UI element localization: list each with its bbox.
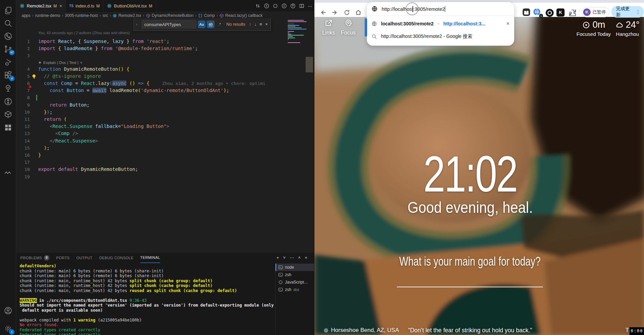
more-actions-icon[interactable]: ⋯ [308,3,313,9]
explorer-icon[interactable] [4,6,13,15]
paused-extension-pill[interactable]: 航 已暂停 [581,7,610,17]
breadcrumb-label: src [102,13,108,18]
match-case-toggle[interactable]: Aa [198,21,206,28]
sparkle-icon [38,61,42,64]
run-file-icon[interactable] [290,3,296,9]
breadcrumb-item-runtime-demo[interactable]: runtime-demo [35,13,60,18]
tab-ButtonOldAnt.tsx[interactable]: ButtonOldAnt.tsxM [103,0,156,12]
testing-tree-icon[interactable] [4,84,13,93]
panel-maximize-icon[interactable]: ˄ [298,255,301,260]
breadcrumb-item-DynamicRemoteButton[interactable]: DynamicRemoteButton [146,13,193,18]
tab-label: ButtonOldAnt.tsx [114,3,147,8]
grid-icon[interactable] [4,123,13,132]
focused-today-widget[interactable]: 0m Focused Today [573,20,615,37]
terminal-item-JavaScript…[interactable]: JavaScript… [276,278,314,286]
breadcrumb-item-src[interactable]: src [102,13,108,18]
codelens-labels[interactable]: Explain | Doc | Test | [43,61,78,65]
git-graph-icon[interactable] [4,97,13,106]
focus-widget[interactable]: Focus [338,19,358,36]
breadcrumb-item-apps[interactable]: apps [22,13,30,18]
codelens[interactable]: Explain | Doc | Test |× [38,60,82,66]
find-expand-icon[interactable]: › [136,22,140,27]
tab-index.d.ts[interactable]: TSindex.d.tsM [66,0,103,12]
find-input[interactable]: consumeAPITypes [142,20,196,28]
panel-tab-problems[interactable]: PROBLEMS8 [20,252,49,263]
terminal-output[interactable]: defaultVendors)chunk (runtime: main) 6 b… [20,264,275,335]
tab-Remote2.tsx[interactable]: Remote2.tsxM× [16,0,66,12]
breadcrumb-item-Remote2.tsx[interactable]: Remote2.tsx [113,13,141,18]
lightbulb-icon[interactable] [32,74,35,77]
panel-more-icon[interactable]: ⋯ [290,255,294,260]
terminal-line [20,313,275,318]
suggestion-row-1[interactable]: localhost:3005/remote2 - http://localhos… [367,17,514,30]
line-number: 11 [16,116,30,123]
minimap[interactable] [288,20,307,45]
terminal-item-label: JavaScript… [285,280,308,285]
translate-extension-icon[interactable]: 1 [532,8,541,17]
regex-toggle[interactable]: .* [216,21,223,28]
browser-menu-icon[interactable]: ⋮ [636,9,641,15]
terminal-item-zsh[interactable]: zshdist [276,286,314,293]
links-widget[interactable]: Links [318,19,339,36]
goal-input[interactable] [397,287,543,287]
search-icon[interactable] [4,19,13,28]
settings-gear-icon[interactable]: 1 [4,324,13,333]
finish-update-button[interactable]: 完成更新 ⋮ [611,6,644,18]
codelens-close[interactable]: × [80,61,82,65]
code-text: const Comp = React.lazy(async () => {Zho… [38,80,265,87]
weather-widget[interactable]: 24° Hangzhou [611,20,644,37]
extension-dark-icon[interactable] [522,8,531,17]
back-icon[interactable] [320,9,327,16]
tab-close-icon[interactable]: × [59,3,62,8]
code-line: 7 const Button = await loadRemote('dynam… [16,87,314,94]
suggestion-row-2[interactable]: http://localhost:3005/remote2 - Google 搜… [367,30,514,43]
brackets-icon [198,14,202,18]
links-label: Links [322,30,335,36]
editor-actions: ⋯ [255,0,313,12]
container-icon[interactable] [4,110,13,119]
k-extension-icon[interactable]: K [556,8,565,17]
whole-word-toggle[interactable]: ab [207,21,214,28]
panel-tab-debug-console[interactable]: DEBUG CONSOLE [99,252,134,263]
panel-close-icon[interactable]: × [305,255,307,260]
panel-tab-ports[interactable]: PORTS [56,252,70,263]
suggestion-remove-icon[interactable]: × [506,21,509,27]
modified-marker: M [53,4,57,8]
terminal-item-node[interactable]: node [276,264,314,271]
split-editor-icon[interactable] [299,3,305,9]
find-in-selection-icon[interactable]: ≡ [259,22,263,27]
source-control-icon[interactable]: 47 [4,45,13,53]
code-text: // @ts-ignore ignore [38,73,101,80]
find-next-icon[interactable]: ↓ [254,22,257,27]
breadcrumb-item-Comp[interactable]: Comp [198,13,215,18]
compare-changes-icon[interactable] [255,3,261,9]
breadcrumb-item-3005-runtime-host[interactable]: 3005-runtime-host [65,13,98,18]
mouse-cursor [406,2,419,15]
forward-icon[interactable] [331,9,338,16]
source-control-graph-icon[interactable] [4,32,13,41]
run-debug-icon[interactable] [4,58,13,67]
breadcrumb-label: apps [22,13,30,18]
code-editor[interactable]: You, 43 seconds ago | 2 authors (Zhou xi… [16,19,314,252]
home-icon[interactable] [355,9,362,16]
panel-tab-terminal[interactable]: TERMINAL [140,252,160,263]
find-previous-icon[interactable]: ↑ [248,22,252,27]
new-terminal-icon[interactable]: + [277,255,279,260]
address-bar[interactable]: http://localhost:3005/remote2 [367,2,514,16]
nav-back-icon[interactable] [264,3,269,9]
panel-tab-label: DEBUG CONSOLE [99,256,134,260]
screen: 47 4 1 Remote2.tsxM×TSindex.d.tsMButtonO… [0,0,644,335]
panel-tab-output[interactable]: OUTPUT [76,252,93,263]
extensions-icon[interactable]: 4 [4,71,13,80]
find-close-icon[interactable]: × [264,22,268,27]
terminal-item-zsh[interactable]: zsh [276,271,314,278]
nav-current-icon[interactable] [272,3,278,9]
terminal-dropdown-icon[interactable]: ˅ [283,255,286,260]
wave-icon[interactable] [4,169,13,177]
circle-extension-icon[interactable] [545,8,554,17]
extensions-puzzle-icon[interactable] [568,8,577,17]
nav-forward-icon[interactable] [281,3,287,9]
breadcrumb-item-React.lazy() callback[interactable]: React.lazy() callback [219,13,263,18]
account-icon[interactable] [4,306,13,315]
reload-icon[interactable] [343,9,350,16]
